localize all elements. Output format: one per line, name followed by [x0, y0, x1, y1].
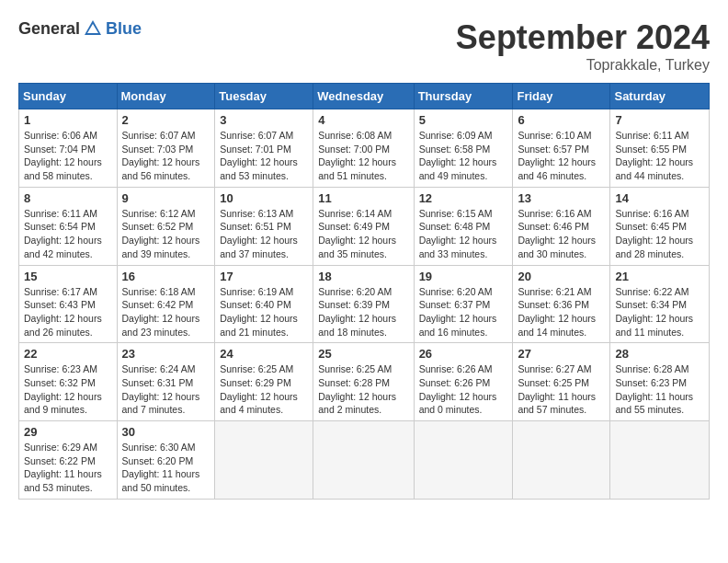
day-number: 18	[318, 270, 408, 283]
month-title: September 2024	[456, 18, 710, 57]
logo-icon	[83, 18, 103, 39]
calendar-cell: 28Sunrise: 6:28 AM Sunset: 6:23 PM Dayli…	[610, 343, 710, 421]
calendar-cell	[513, 421, 610, 500]
day-info: Sunrise: 6:13 AM Sunset: 6:51 PM Dayligh…	[220, 207, 308, 261]
calendar-cell: 10Sunrise: 6:13 AM Sunset: 6:51 PM Dayli…	[215, 187, 313, 265]
calendar-cell	[610, 421, 710, 500]
calendar-cell: 26Sunrise: 6:26 AM Sunset: 6:26 PM Dayli…	[414, 343, 513, 421]
calendar-header-sunday: Sunday	[19, 84, 118, 109]
day-info: Sunrise: 6:27 AM Sunset: 6:25 PM Dayligh…	[518, 362, 605, 417]
day-number: 8	[24, 191, 112, 205]
day-number: 21	[615, 270, 704, 283]
page-header: General Blue September 2024 Toprakkale, …	[18, 18, 710, 74]
day-number: 20	[518, 270, 605, 283]
day-info: Sunrise: 6:25 AM Sunset: 6:29 PM Dayligh…	[220, 362, 308, 417]
day-info: Sunrise: 6:07 AM Sunset: 7:03 PM Dayligh…	[122, 129, 210, 183]
day-number: 26	[419, 347, 508, 361]
calendar-cell: 19Sunrise: 6:20 AM Sunset: 6:37 PM Dayli…	[414, 265, 513, 343]
calendar-week-row-0: 1Sunrise: 6:06 AM Sunset: 7:04 PM Daylig…	[19, 109, 710, 188]
day-number: 3	[220, 113, 308, 127]
calendar-week-row-1: 8Sunrise: 6:11 AM Sunset: 6:54 PM Daylig…	[19, 187, 710, 265]
day-info: Sunrise: 6:12 AM Sunset: 6:52 PM Dayligh…	[122, 207, 210, 261]
calendar-cell: 27Sunrise: 6:27 AM Sunset: 6:25 PM Dayli…	[513, 343, 610, 421]
calendar-cell: 17Sunrise: 6:19 AM Sunset: 6:40 PM Dayli…	[215, 265, 313, 343]
calendar-cell	[414, 421, 513, 500]
day-number: 10	[220, 191, 308, 205]
calendar-cell: 5Sunrise: 6:09 AM Sunset: 6:58 PM Daylig…	[414, 109, 513, 188]
calendar-header-friday: Friday	[513, 84, 610, 109]
calendar-cell: 30Sunrise: 6:30 AM Sunset: 6:20 PM Dayli…	[117, 421, 215, 500]
calendar-cell: 18Sunrise: 6:20 AM Sunset: 6:39 PM Dayli…	[313, 265, 414, 343]
day-info: Sunrise: 6:10 AM Sunset: 6:57 PM Dayligh…	[518, 129, 605, 183]
day-number: 28	[615, 347, 704, 361]
calendar-header-row: SundayMondayTuesdayWednesdayThursdayFrid…	[19, 84, 710, 109]
day-number: 23	[122, 347, 210, 361]
day-info: Sunrise: 6:14 AM Sunset: 6:49 PM Dayligh…	[318, 207, 408, 261]
calendar-header-monday: Monday	[117, 84, 215, 109]
day-info: Sunrise: 6:23 AM Sunset: 6:32 PM Dayligh…	[24, 362, 112, 417]
calendar-header-thursday: Thursday	[414, 84, 513, 109]
day-info: Sunrise: 6:24 AM Sunset: 6:31 PM Dayligh…	[122, 362, 210, 417]
day-info: Sunrise: 6:29 AM Sunset: 6:22 PM Dayligh…	[24, 441, 112, 495]
day-number: 1	[24, 113, 112, 127]
day-number: 29	[24, 425, 112, 439]
calendar-cell: 22Sunrise: 6:23 AM Sunset: 6:32 PM Dayli…	[19, 343, 118, 421]
calendar-cell: 24Sunrise: 6:25 AM Sunset: 6:29 PM Dayli…	[215, 343, 313, 421]
day-info: Sunrise: 6:07 AM Sunset: 7:01 PM Dayligh…	[220, 129, 308, 183]
day-number: 27	[518, 347, 605, 361]
day-number: 6	[518, 113, 605, 127]
calendar-header-saturday: Saturday	[610, 84, 710, 109]
day-number: 2	[122, 113, 210, 127]
calendar-cell: 14Sunrise: 6:16 AM Sunset: 6:45 PM Dayli…	[610, 187, 710, 265]
calendar-cell: 7Sunrise: 6:11 AM Sunset: 6:55 PM Daylig…	[610, 109, 710, 188]
day-info: Sunrise: 6:17 AM Sunset: 6:43 PM Dayligh…	[24, 285, 112, 339]
day-number: 25	[318, 347, 408, 361]
day-info: Sunrise: 6:22 AM Sunset: 6:34 PM Dayligh…	[615, 285, 704, 339]
day-info: Sunrise: 6:25 AM Sunset: 6:28 PM Dayligh…	[318, 362, 408, 417]
logo-general-text: General	[18, 19, 80, 39]
day-number: 9	[122, 191, 210, 205]
calendar-cell: 15Sunrise: 6:17 AM Sunset: 6:43 PM Dayli…	[19, 265, 118, 343]
day-number: 16	[122, 270, 210, 283]
calendar-cell: 13Sunrise: 6:16 AM Sunset: 6:46 PM Dayli…	[513, 187, 610, 265]
calendar-cell: 6Sunrise: 6:10 AM Sunset: 6:57 PM Daylig…	[513, 109, 610, 188]
day-number: 12	[419, 191, 508, 205]
calendar-cell: 4Sunrise: 6:08 AM Sunset: 7:00 PM Daylig…	[313, 109, 414, 188]
calendar-cell: 1Sunrise: 6:06 AM Sunset: 7:04 PM Daylig…	[19, 109, 118, 188]
day-info: Sunrise: 6:28 AM Sunset: 6:23 PM Dayligh…	[615, 362, 704, 417]
day-info: Sunrise: 6:26 AM Sunset: 6:26 PM Dayligh…	[419, 362, 508, 417]
day-info: Sunrise: 6:21 AM Sunset: 6:36 PM Dayligh…	[518, 285, 605, 339]
day-info: Sunrise: 6:16 AM Sunset: 6:45 PM Dayligh…	[615, 207, 704, 261]
day-number: 5	[419, 113, 508, 127]
day-info: Sunrise: 6:30 AM Sunset: 6:20 PM Dayligh…	[122, 441, 210, 495]
day-number: 24	[220, 347, 308, 361]
calendar-cell: 23Sunrise: 6:24 AM Sunset: 6:31 PM Dayli…	[117, 343, 215, 421]
logo: General Blue	[18, 18, 142, 39]
month-info: September 2024 Toprakkale, Turkey	[456, 18, 710, 74]
calendar-header-wednesday: Wednesday	[313, 84, 414, 109]
calendar-cell: 12Sunrise: 6:15 AM Sunset: 6:48 PM Dayli…	[414, 187, 513, 265]
day-number: 4	[318, 113, 408, 127]
day-info: Sunrise: 6:15 AM Sunset: 6:48 PM Dayligh…	[419, 207, 508, 261]
calendar-cell	[215, 421, 313, 500]
day-info: Sunrise: 6:20 AM Sunset: 6:39 PM Dayligh…	[318, 285, 408, 339]
day-number: 7	[615, 113, 704, 127]
location: Toprakkale, Turkey	[456, 57, 710, 74]
calendar-cell: 16Sunrise: 6:18 AM Sunset: 6:42 PM Dayli…	[117, 265, 215, 343]
day-number: 13	[518, 191, 605, 205]
calendar-cell: 29Sunrise: 6:29 AM Sunset: 6:22 PM Dayli…	[19, 421, 118, 500]
calendar-cell	[313, 421, 414, 500]
logo-blue-text: Blue	[106, 19, 142, 39]
day-info: Sunrise: 6:16 AM Sunset: 6:46 PM Dayligh…	[518, 207, 605, 261]
calendar-cell: 2Sunrise: 6:07 AM Sunset: 7:03 PM Daylig…	[117, 109, 215, 188]
calendar-week-row-4: 29Sunrise: 6:29 AM Sunset: 6:22 PM Dayli…	[19, 421, 710, 500]
day-number: 17	[220, 270, 308, 283]
calendar-cell: 3Sunrise: 6:07 AM Sunset: 7:01 PM Daylig…	[215, 109, 313, 188]
day-info: Sunrise: 6:19 AM Sunset: 6:40 PM Dayligh…	[220, 285, 308, 339]
calendar-week-row-3: 22Sunrise: 6:23 AM Sunset: 6:32 PM Dayli…	[19, 343, 710, 421]
day-info: Sunrise: 6:11 AM Sunset: 6:55 PM Dayligh…	[615, 129, 704, 183]
calendar-cell: 9Sunrise: 6:12 AM Sunset: 6:52 PM Daylig…	[117, 187, 215, 265]
calendar-cell: 21Sunrise: 6:22 AM Sunset: 6:34 PM Dayli…	[610, 265, 710, 343]
day-number: 11	[318, 191, 408, 205]
day-number: 22	[24, 347, 112, 361]
